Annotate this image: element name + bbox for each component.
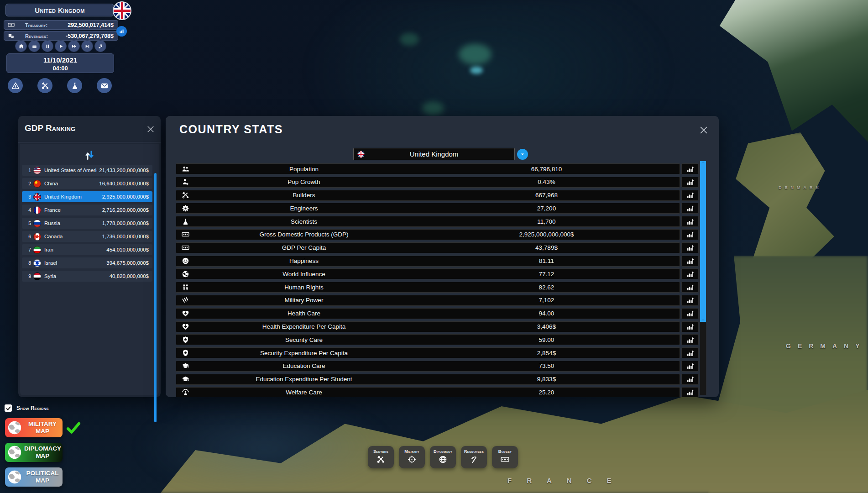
welfare-care-icon [182,388,189,396]
stat-value: 11,700 [413,218,680,225]
gdp-ranking-row[interactable]: 1 United States of America 21,433,200,00… [22,165,152,176]
player-country-button[interactable]: United Kingdom [5,4,114,16]
close-button[interactable] [699,125,709,135]
stat-history-chart-button[interactable] [681,295,699,306]
play-button[interactable] [55,40,67,52]
economy-stats-button[interactable] [116,26,127,37]
messages-button[interactable] [97,78,112,93]
scrollbar-thumb[interactable]: ⌃ ⌄ [700,161,706,322]
stat-history-chart-button[interactable] [681,256,699,267]
stat-history-chart-button[interactable] [681,177,699,188]
gdp-ranking-row[interactable]: 5 Russia 1,778,000,000,000$ [22,218,152,229]
alerts-button[interactable] [8,78,23,93]
stat-row: Health Expenditure Per Capita 3,406$ [176,321,699,332]
close-button[interactable] [146,125,155,134]
stat-history-chart-button[interactable] [681,334,699,345]
map-button-row: Military Map [5,418,81,437]
stat-history-chart-button[interactable] [681,268,699,279]
gdp-ranking-row[interactable]: 3 United Kingdom 2,925,000,000,000$ [22,191,152,202]
gdp-ranking-row[interactable]: 2 China 16,640,000,000,000$ [22,178,152,189]
show-regions-toggle[interactable]: Show Regions [5,404,49,412]
scrollbar-track[interactable]: ⌃ ⌄ [700,161,706,395]
gdp-value: 2,925,000,000,000$ [102,194,149,199]
stat-history-chart-button[interactable] [681,387,699,397]
political-map-button[interactable]: Political Map [5,467,63,487]
gdp-value: 2,716,200,000,000$ [102,207,149,213]
stat-history-chart-button[interactable] [681,203,699,214]
divider [18,142,161,142]
country-flag-icon [33,206,41,214]
country-dropdown-button[interactable] [517,149,528,160]
stat-history-chart-button[interactable] [681,321,699,332]
stat-label: Pop Growth [194,178,413,185]
budget-button[interactable]: Budget [492,446,518,468]
stat-history-chart-button[interactable] [681,308,699,319]
chart-up-icon [686,362,694,370]
gdp-ranking-row[interactable]: 6 Canada 1,736,000,000,000$ [22,231,152,242]
fast-forward-button[interactable] [68,40,80,52]
music-button[interactable] [94,40,106,52]
stat-row-main: Scientists 11,700 [176,216,680,227]
home-button[interactable] [15,40,27,52]
coins-icon [4,32,18,39]
stat-row-main: World Influence 77.12 [176,268,680,279]
gdp-ranking-row[interactable]: 4 France 2,716,200,000,000$ [22,205,152,215]
stat-label: Health Expenditure Per Capita [194,323,413,330]
rank-number: 8 [24,260,31,266]
gdp-ranking-row[interactable]: 8 Israel 394,675,000,000$ [22,257,152,268]
stat-row-main: Gross Domestic Products (GDP) 2,925,000,… [176,229,680,240]
country-selector[interactable]: United Kingdom [353,148,515,160]
stat-row-main: Human Rights 82.62 [176,282,680,293]
stat-history-chart-button[interactable] [681,361,699,372]
skip-to-end-button[interactable] [81,40,93,52]
stat-label: Military Power [194,297,413,304]
tools-icon [376,455,385,464]
chart-up-icon [686,309,694,317]
chart-up-icon [686,218,694,226]
pause-button[interactable] [42,40,53,52]
gdp-icon [182,231,189,238]
show-regions-checkbox[interactable] [5,404,12,412]
scientists-icon [182,218,189,226]
diplomacy-map-button[interactable]: Diplomacy Map [5,443,63,462]
stat-history-chart-button[interactable] [681,282,699,293]
military-map-button[interactable]: Military Map [5,418,63,437]
map-country-label: Germany [786,342,867,350]
bar-chart-icon [119,28,125,34]
stat-history-chart-button[interactable] [681,190,699,201]
sort-icon[interactable] [84,149,95,161]
resources-button[interactable]: Resources [461,446,487,468]
stat-row: Education Care 73.50 [176,361,699,372]
menu-button[interactable] [28,40,40,52]
military-button[interactable]: Military [399,446,425,468]
gdp-ranking-panel: GDP Ranking 1 United States of America 2… [18,116,161,397]
chart-up-icon [686,349,694,357]
stat-history-chart-button[interactable] [681,347,699,358]
gdp-ranking-row[interactable]: 7 Iran 454,010,000,000$ [22,244,152,255]
mail-icon [100,82,109,90]
gdp-ranking-row[interactable]: 9 Syria 40,820,000,000$ [22,271,152,282]
stat-history-chart-button[interactable] [681,229,699,240]
stat-row: Scientists 11,700 [176,216,699,227]
stat-label: Population [194,166,413,173]
sectors-button[interactable]: Sectors [368,446,394,468]
banknote-icon [4,21,18,28]
stat-history-chart-button[interactable] [681,216,699,227]
stat-row: Security Care 59.00 [176,334,699,345]
globe-icon [7,469,22,485]
stat-row-main: Security Care 59.00 [176,334,680,345]
builders-icon [182,191,189,199]
stat-history-chart-button[interactable] [681,374,699,385]
stat-row-main: Health Care 94.00 [176,308,680,319]
scrollbar[interactable] [154,173,157,422]
stat-row: Health Care 94.00 [176,308,699,319]
construction-button[interactable] [37,78,52,93]
stat-history-chart-button[interactable] [681,163,699,174]
research-button[interactable] [67,78,82,93]
country-name: Russia [44,220,100,226]
stat-value: 73.50 [413,362,680,369]
island [400,33,419,46]
stat-history-chart-button[interactable] [681,242,699,253]
diplomacy-button[interactable]: Diplomacy [430,446,456,468]
gdp-value: 1,736,000,000,000$ [102,234,149,239]
